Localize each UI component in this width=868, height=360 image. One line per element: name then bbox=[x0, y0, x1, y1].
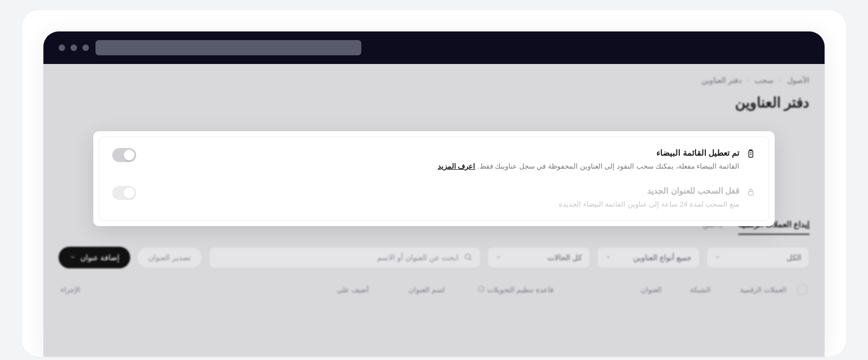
page-content: الأصول ‹ سحب ‹ دفتر العناوين دفتر العناو… bbox=[43, 64, 825, 357]
filter-all[interactable]: الكل bbox=[706, 247, 809, 268]
toggle-knob bbox=[124, 188, 135, 198]
add-label: إضافة عنوان bbox=[80, 253, 119, 262]
browser-window: الأصول ‹ سحب ‹ دفتر العناوين دفتر العناو… bbox=[43, 31, 825, 357]
withdraw-lock-toggle bbox=[112, 186, 136, 200]
whitelist-desc: القائمة البيضاء مفعلة، يمكنك سحب النقود … bbox=[438, 161, 739, 172]
window-dot bbox=[82, 44, 89, 51]
filter-address-types[interactable]: جميع أنواع العناوين bbox=[597, 247, 700, 268]
page-title: دفتر العناوين bbox=[59, 94, 809, 111]
th-added-on: أضيف على bbox=[304, 286, 369, 294]
whitelist-desc-text: القائمة البيضاء مفعلة، يمكنك سحب النقود … bbox=[477, 162, 739, 170]
window-controls bbox=[59, 44, 89, 51]
search-input[interactable]: ابحث عن العنوان أو الاسم bbox=[209, 247, 481, 268]
row-text: تم تعطيل القائمة البيضاء القائمة البيضاء… bbox=[438, 148, 756, 172]
export-button[interactable]: تصدير العنوان bbox=[137, 247, 202, 268]
info-icon bbox=[477, 285, 485, 294]
window-dot bbox=[59, 44, 65, 51]
row-text: قفل السحب للعنوان الجديد منع السحب لمدة … bbox=[559, 186, 756, 210]
breadcrumb-item[interactable]: دفتر العناوين bbox=[701, 76, 742, 85]
device-frame: الأصول ‹ سحب ‹ دفتر العناوين دفتر العناو… bbox=[22, 10, 846, 357]
toggle-knob bbox=[124, 150, 135, 160]
filter-label: جميع أنواع العناوين bbox=[633, 253, 692, 262]
export-label: تصدير العنوان bbox=[148, 253, 191, 262]
url-bar[interactable] bbox=[95, 40, 361, 55]
whitelist-title: تم تعطيل القائمة البيضاء bbox=[438, 148, 739, 158]
select-all-checkbox[interactable] bbox=[797, 285, 807, 294]
th-network: الشبكة bbox=[673, 286, 711, 294]
withdraw-lock-desc: منع السحب لمدة 24 ساعة إلى عناوين القائم… bbox=[559, 199, 739, 210]
window-dot bbox=[71, 44, 77, 51]
table-header: العملات الرقمية الشبكة العنوان قاعدة تنظ… bbox=[59, 285, 809, 294]
svg-line-1 bbox=[470, 259, 471, 260]
search-placeholder: ابحث عن العنوان أو الاسم bbox=[377, 253, 458, 262]
chevron-down-icon bbox=[714, 253, 721, 262]
filter-label: كل الحالات bbox=[547, 253, 582, 262]
th-address: العنوان bbox=[564, 286, 662, 294]
breadcrumb-item[interactable]: الأصول bbox=[787, 76, 809, 85]
search-icon bbox=[464, 253, 473, 263]
clipboard-icon bbox=[746, 148, 756, 161]
th-address-name: اسم العنوان bbox=[380, 286, 445, 294]
chevron-down-icon bbox=[495, 253, 502, 262]
breadcrumb-sep: ‹ bbox=[747, 76, 750, 85]
withdraw-lock-row: قفل السحب للعنوان الجديد منع السحب لمدة … bbox=[112, 186, 756, 210]
chevron-down-icon bbox=[605, 253, 611, 262]
withdraw-lock-title: قفل السحب للعنوان الجديد bbox=[559, 186, 739, 196]
th-crypto: العملات الرقمية bbox=[722, 286, 787, 294]
th-transfer-rule-label: قاعدة تنظيم التحويلات bbox=[487, 286, 553, 294]
browser-bar bbox=[43, 31, 825, 64]
chevron-down-icon bbox=[69, 253, 76, 262]
card-inner: تم تعطيل القائمة البيضاء القائمة البيضاء… bbox=[99, 137, 769, 221]
learn-more-link[interactable]: اعرف المزيد bbox=[438, 162, 476, 170]
whitelist-row: تم تعطيل القائمة البيضاء القائمة البيضاء… bbox=[112, 148, 756, 172]
filter-label: الكل bbox=[787, 253, 801, 262]
th-transfer-rule: قاعدة تنظيم التحويلات bbox=[456, 285, 553, 294]
filter-status[interactable]: كل الحالات bbox=[487, 247, 590, 268]
th-action: الإجراء bbox=[61, 286, 293, 294]
breadcrumb: الأصول ‹ سحب ‹ دفتر العناوين bbox=[59, 76, 809, 85]
filter-bar: الكل جميع أنواع العناوين كل الحالات bbox=[59, 247, 809, 268]
breadcrumb-sep: ‹ bbox=[779, 76, 782, 85]
whitelist-toggle[interactable] bbox=[112, 148, 136, 162]
breadcrumb-item[interactable]: سحب bbox=[755, 76, 774, 85]
svg-rect-5 bbox=[749, 151, 753, 157]
whitelist-settings-card: تم تعطيل القائمة البيضاء القائمة البيضاء… bbox=[93, 131, 775, 226]
svg-rect-8 bbox=[749, 191, 754, 195]
svg-point-0 bbox=[465, 254, 470, 259]
add-address-button[interactable]: إضافة عنوان bbox=[59, 247, 130, 268]
lock-icon bbox=[746, 186, 756, 199]
